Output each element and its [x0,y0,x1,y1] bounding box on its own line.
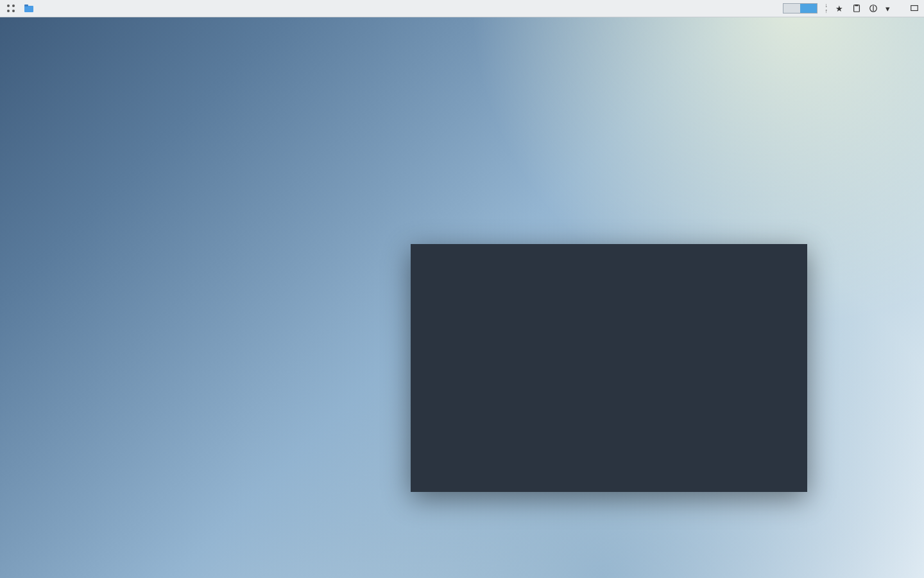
svg-rect-5 [24,4,28,6]
virtual-desktop-pager[interactable] [783,3,817,13]
bookmark-tray-icon[interactable]: ★ [835,4,844,13]
svg-rect-7 [855,4,858,6]
volume-tray-icon[interactable] [869,4,878,13]
app-launcher-icon[interactable] [5,3,17,14]
neofetch-ascii-logo [416,248,531,270]
show-desktop-icon[interactable] [910,4,919,13]
svg-rect-4 [24,6,33,12]
dolphin-app-icon[interactable] [23,3,35,14]
svg-rect-9 [911,6,918,11]
network-speed-widget: ↓ ↑ [825,3,828,15]
system-tray: ↓ ↑ ★ ▾ [783,3,920,15]
pager-desk-2[interactable] [800,4,817,13]
svg-point-2 [7,10,10,12]
svg-point-0 [7,4,10,7]
svg-point-3 [12,10,15,12]
tray-expand-icon[interactable]: ▾ [886,4,894,13]
svg-point-1 [12,4,15,7]
terminal-window[interactable] [411,244,807,492]
pager-desk-1[interactable] [783,4,800,13]
clipboard-tray-icon[interactable] [852,4,861,13]
top-panel: ↓ ↑ ★ ▾ [0,0,924,17]
